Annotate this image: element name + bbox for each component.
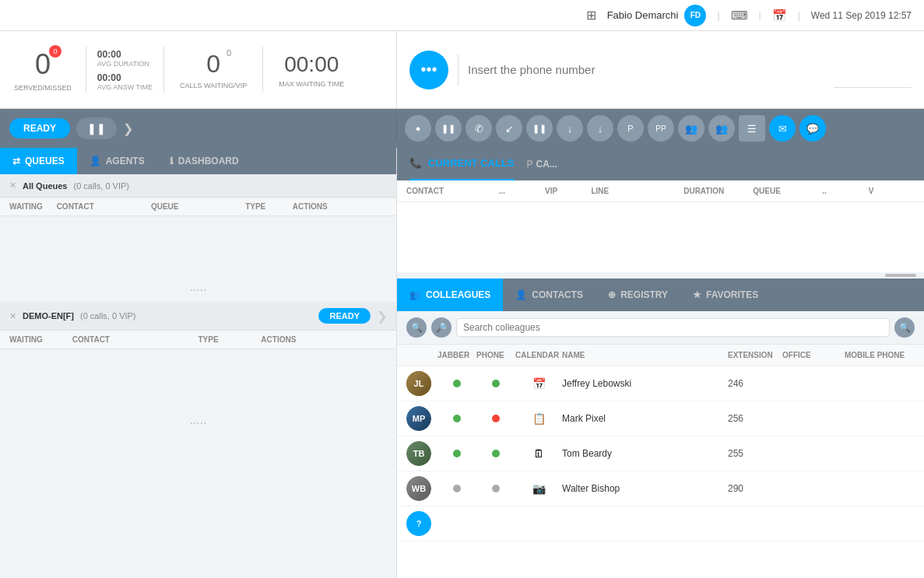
colleagues-search-input[interactable]	[456, 318, 890, 337]
colleague-row[interactable]: JL 📅 Jeffrey Lebowski 246	[397, 366, 924, 401]
all-queues-dots: ·····	[0, 278, 396, 302]
served-missed-block: 0 0 SERVED/MISSED	[0, 40, 86, 100]
current-calls-title: CURRENT CALLS	[428, 157, 515, 169]
contacts-tab-label: CONTACTS	[532, 289, 583, 300]
agents-tab-label: AGENTS	[106, 156, 145, 166]
demo-queue-arrow[interactable]: ❯	[377, 309, 387, 324]
tab-favorites[interactable]: ★ FAVORITES	[680, 278, 771, 311]
name-tom: Tom Beardy	[562, 448, 728, 459]
demo-queue-ready-btn[interactable]: READY	[318, 308, 371, 324]
ctrl-email-btn[interactable]: ✉	[769, 115, 796, 142]
ext-walter: 290	[728, 483, 782, 494]
colleague-row[interactable]: WB 📷 Walter Bishop 290	[397, 471, 924, 506]
queues-tab-label: QUEUES	[25, 156, 65, 166]
forward-arrow-button[interactable]: ❯	[123, 121, 133, 136]
avg-duration-value: 00:00	[97, 49, 153, 60]
registry-icon: ⊕	[608, 289, 616, 300]
demo-queue-close[interactable]: ✕	[9, 311, 16, 321]
tab-registry[interactable]: ⊕ REGISTRY	[596, 278, 680, 311]
calls-col-extra2: V	[869, 187, 915, 195]
phone-status-mark	[492, 415, 500, 422]
datetime-label: Wed 11 Sep 2019 12:57	[811, 10, 912, 21]
col-contact: Contact	[57, 202, 151, 211]
phone-status-jeffrey	[492, 380, 500, 387]
phone-status-tom	[492, 450, 500, 457]
ctrl-menu-btn[interactable]: ☰	[739, 115, 765, 142]
ctrl-chat-btn[interactable]: 💬	[799, 115, 826, 142]
jabber-status-mark	[453, 415, 461, 422]
ctrl-pause-btn[interactable]: ❚❚	[435, 115, 462, 142]
tab-dashboard[interactable]: ℹ DASHBOARD	[157, 148, 251, 174]
ctrl-group2-btn[interactable]: 👥	[708, 115, 735, 142]
demo-queue-empty	[0, 349, 396, 412]
col-name-header: Name	[562, 351, 728, 359]
p-label: P	[527, 159, 533, 170]
colleague-row[interactable]: MP 📋 Mark Pixel 256	[397, 401, 924, 436]
avg-duration-label: AVG DURATION	[97, 60, 153, 68]
calls-scrollbar[interactable]	[885, 274, 916, 277]
ctrl-call-btn[interactable]: ✆	[466, 115, 492, 142]
calls-col-duration: Duration	[683, 187, 753, 195]
ctrl-hangup-btn[interactable]: ↙	[496, 115, 522, 142]
avg-answ-label: AVG ANSW TIME	[97, 83, 153, 91]
calendar-tom: 🗓	[533, 447, 544, 460]
tab-agents[interactable]: 👤 AGENTS	[77, 148, 157, 174]
calls-col-line: Line	[591, 187, 683, 195]
sep3: |	[798, 10, 800, 21]
keyboard-icon[interactable]: ⌨	[731, 9, 748, 23]
phone-input[interactable]	[468, 63, 824, 76]
search-extra-btn[interactable]: 🔎	[431, 317, 451, 338]
jabber-status-walter	[453, 485, 461, 492]
sep1: |	[717, 10, 719, 21]
tab-colleagues[interactable]: 👥 COLLEAGUES	[397, 278, 503, 311]
pause-button[interactable]: ❚❚	[76, 117, 117, 139]
calls-waiting-value: 0	[206, 50, 220, 78]
col-actions2: Actions	[261, 335, 387, 344]
calendar-icon[interactable]: 📅	[772, 9, 787, 23]
ctrl-hold-btn[interactable]: ❚❚	[526, 115, 553, 142]
calls-extra-tab[interactable]: P CA...	[527, 159, 557, 170]
colleague-row-partial: ?	[397, 506, 924, 541]
ctrl-record-btn[interactable]: ●	[405, 115, 431, 142]
registry-tab-label: REGISTRY	[620, 289, 668, 300]
col-type2: Type	[199, 335, 262, 344]
max-waiting-block: 00:00 MAX WAITING TIME	[263, 44, 360, 96]
col-phone-header: Phone	[476, 351, 515, 359]
current-calls-tab[interactable]: 📞 CURRENT CALLS	[409, 148, 515, 180]
tab-queues[interactable]: ⇄ QUEUES	[0, 148, 77, 174]
ctrl-p-btn[interactable]: P	[617, 115, 644, 142]
name-mark: Mark Pixel	[562, 413, 728, 424]
all-queues-close[interactable]: ✕	[9, 180, 16, 191]
ctrl-group-btn[interactable]: 👥	[678, 115, 704, 142]
calendar-walter: 📷	[532, 482, 546, 495]
all-queues-info: (0 calls, 0 VIP)	[73, 181, 129, 191]
demo-queue-dots: ·····	[0, 412, 396, 435]
phone-button[interactable]: •••	[409, 51, 448, 89]
demo-queue-section: ✕ DEMO-EN[F] (0 calls, 0 VIP) READY ❯ Wa…	[0, 302, 396, 435]
colleague-row[interactable]: TB 🗓 Tom Beardy 255	[397, 436, 924, 471]
avatar-jeffrey: JL	[406, 371, 431, 396]
ctrl-mute-btn[interactable]: ↓	[557, 115, 583, 142]
col-queue: Queue	[151, 202, 245, 211]
ctrl-unmute-btn[interactable]: ↓	[587, 115, 613, 142]
tab-contacts[interactable]: 👤 CONTACTS	[503, 278, 596, 311]
search-go-btn[interactable]: 🔍	[894, 317, 915, 338]
user-info: Fabio Demarchi FD	[607, 5, 707, 26]
grid-icon[interactable]: ⊞	[586, 8, 596, 23]
col-office-header: Office	[782, 351, 845, 359]
calls-waiting-block: 0 0 CALLS WAITING/VIP	[164, 42, 262, 97]
avatar-mark: MP	[406, 406, 431, 431]
ctrl-pp-btn[interactable]: PP	[648, 115, 674, 142]
avatar: FD	[684, 5, 706, 26]
ready-button[interactable]: READY	[9, 118, 70, 138]
colleagues-icon: 👥	[409, 289, 421, 300]
jabber-status-jeffrey	[453, 380, 461, 387]
calls-waiting-label: CALLS WAITING/VIP	[180, 82, 247, 89]
search-filter-btn[interactable]: 🔍	[406, 317, 427, 338]
avatar-walter: WB	[406, 476, 431, 501]
demo-queue-info: (0 calls, 0 VIP)	[80, 311, 136, 321]
col-ext-header: Extension	[728, 351, 782, 359]
colleagues-tab-label: COLLEAGUES	[426, 289, 490, 300]
col-waiting: Waiting	[9, 202, 57, 211]
favorites-tab-label: FAVORITES	[706, 289, 758, 300]
